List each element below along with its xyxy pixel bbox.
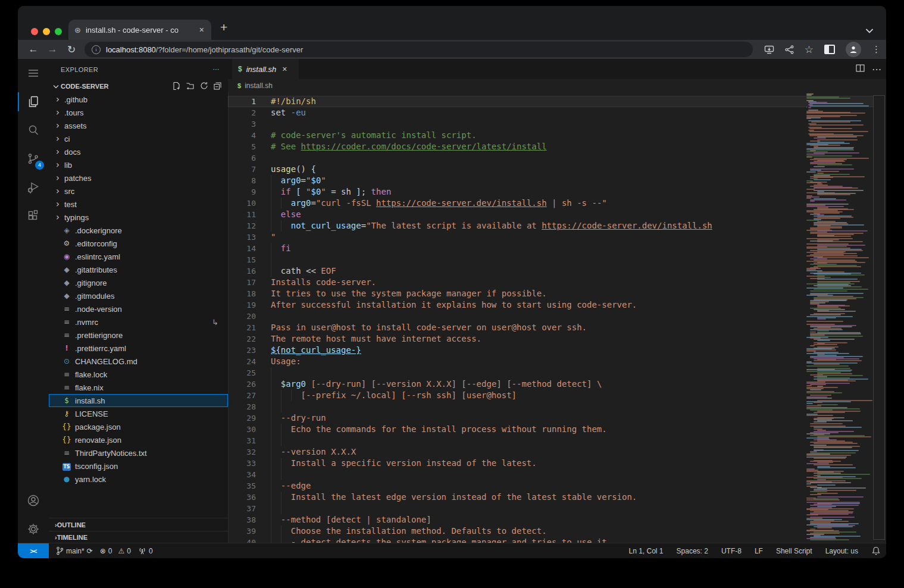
code-line-3[interactable]: 3: [228, 118, 664, 130]
file-row-.editorconfig[interactable]: ⚙.editorconfig: [49, 237, 228, 250]
code-line-1[interactable]: 1#!/bin/sh: [228, 96, 874, 107]
code-editor[interactable]: 1#!/bin/sh2set -eu34# code-server's auto…: [228, 92, 886, 543]
file-row-.eslintrc.yaml[interactable]: ◉.eslintrc.yaml: [49, 250, 228, 263]
file-row-.node-version[interactable]: ≡.node-version: [49, 302, 228, 315]
ports-status[interactable]: 0: [138, 547, 153, 555]
sync-icon[interactable]: ⟳: [87, 547, 93, 555]
minimap[interactable]: [805, 92, 874, 543]
remote-indicator[interactable]: ><: [18, 543, 49, 558]
folder-row-lib[interactable]: ›lib: [49, 158, 228, 171]
file-row-install.sh[interactable]: $install.sh: [49, 394, 228, 407]
file-row-ThirdPartyNotices.txt[interactable]: ≡ThirdPartyNotices.txt: [49, 446, 228, 459]
file-row-.prettierrc.yaml[interactable]: !.prettierrc.yaml: [49, 342, 228, 355]
explorer-view-icon[interactable]: [18, 87, 49, 116]
file-row-LICENSE[interactable]: ⚷LICENSE: [49, 407, 228, 420]
file-row-tsconfig.json[interactable]: TStsconfig.json: [49, 459, 228, 473]
editor-more-actions-icon[interactable]: ⋯: [872, 64, 881, 75]
code-line-7[interactable]: 7usage() {: [228, 164, 664, 175]
code-line-31[interactable]: 31: [228, 435, 664, 446]
split-editor-icon[interactable]: [856, 64, 865, 74]
account-icon[interactable]: [18, 486, 49, 515]
code-line-22[interactable]: 22The remote host must have internet acc…: [228, 333, 664, 345]
folder-row-.tours[interactable]: ›.tours: [49, 106, 228, 119]
file-row-flake.nix[interactable]: ≡flake.nix: [49, 381, 228, 394]
file-row-package.json[interactable]: {}package.json: [49, 420, 228, 433]
code-line-17[interactable]: 17Installs code-server.: [228, 277, 664, 288]
code-line-32[interactable]: 32 --version X.X.X: [228, 446, 664, 458]
code-line-28[interactable]: 28: [228, 401, 664, 412]
editor-tab-install-sh[interactable]: $ install.sh ×: [232, 59, 299, 79]
code-line-30[interactable]: 30 Echo the commands for the install pro…: [228, 424, 664, 435]
file-row-.dockerignore[interactable]: ◈.dockerignore: [49, 224, 228, 237]
code-line-19[interactable]: 19After successful installation it expla…: [228, 299, 664, 311]
folder-row-ci[interactable]: ›ci: [49, 132, 228, 145]
window-controls[interactable]: [31, 28, 62, 35]
run-debug-icon[interactable]: [18, 173, 49, 202]
code-line-36[interactable]: 36 Install the latest edge version inste…: [228, 492, 664, 503]
code-line-25[interactable]: 25: [228, 367, 664, 379]
code-line-37[interactable]: 37: [228, 503, 664, 514]
code-line-14[interactable]: 14 fi: [228, 243, 664, 254]
folder-row-assets[interactable]: ›assets: [49, 119, 228, 132]
breadcrumb[interactable]: $ install.sh: [228, 79, 886, 92]
close-tab-icon[interactable]: ×: [198, 25, 205, 35]
code-line-21[interactable]: 21Pass in user@host to install code-serv…: [228, 322, 664, 333]
extensions-icon[interactable]: [18, 202, 49, 230]
collapse-all-icon[interactable]: [213, 82, 222, 92]
file-row-.gitignore[interactable]: ◆.gitignore: [49, 276, 228, 289]
code-line-24[interactable]: 24Usage:: [228, 356, 664, 367]
folder-row-docs[interactable]: ›docs: [49, 145, 228, 158]
code-line-35[interactable]: 35 --edge: [228, 480, 664, 492]
file-row-flake.lock[interactable]: ≡flake.lock: [49, 368, 228, 381]
code-line-34[interactable]: 34: [228, 469, 664, 480]
code-line-20[interactable]: 20: [228, 311, 664, 322]
address-bar[interactable]: i localhost:8080/?folder=/home/jothipras…: [85, 42, 753, 57]
code-line-4[interactable]: 4# code-server's automatic install scrip…: [228, 130, 664, 141]
code-line-23[interactable]: 23${not_curl_usage-}: [228, 345, 664, 356]
explorer-more-icon[interactable]: ⋯: [213, 65, 220, 73]
site-info-icon[interactable]: i: [92, 45, 101, 54]
statusbar-item-eol[interactable]: LF: [755, 547, 763, 555]
zoom-window-button[interactable]: [55, 28, 62, 35]
problems-status[interactable]: ⊗0 ⚠0: [100, 547, 131, 555]
file-row-.nvmrc[interactable]: ≡.nvmrc↳: [49, 315, 228, 329]
statusbar-item-cursor-position[interactable]: Ln 1, Col 1: [628, 547, 663, 555]
notifications-bell-icon[interactable]: [872, 546, 880, 555]
code-line-8[interactable]: 8 arg0="$0": [228, 175, 664, 186]
code-line-10[interactable]: 10 arg0="curl -fsSL https://code-server.…: [228, 198, 664, 209]
share-icon[interactable]: [785, 45, 794, 54]
side-panel-icon[interactable]: [824, 45, 835, 54]
code-line-5[interactable]: 5# See https://coder.com/docs/code-serve…: [228, 141, 664, 152]
install-app-icon[interactable]: [764, 45, 774, 54]
folder-row-typings[interactable]: ›typings: [49, 211, 228, 224]
source-control-icon[interactable]: 4: [18, 145, 49, 173]
outline-section[interactable]: ›OUTLINE: [49, 518, 228, 531]
folder-row-patches[interactable]: ›patches: [49, 171, 228, 184]
code-line-15[interactable]: 15: [228, 254, 664, 265]
browser-tab[interactable]: ⊛ install.sh - code-server - co ×: [68, 20, 211, 40]
file-row-renovate.json[interactable]: {}renovate.json: [49, 433, 228, 446]
search-icon[interactable]: [18, 116, 49, 145]
editor-scrollbar[interactable]: [873, 95, 885, 540]
code-line-27[interactable]: 27 [--prefix ~/.local] [--rsh ssh] [user…: [228, 390, 664, 401]
profile-avatar[interactable]: [846, 42, 861, 57]
file-row-.prettierignore[interactable]: ≡.prettierignore: [49, 329, 228, 342]
code-line-12[interactable]: 12 not_curl_usage="The latest script is …: [228, 220, 664, 232]
settings-gear-icon[interactable]: [18, 515, 49, 543]
menu-hamburger-icon[interactable]: [18, 59, 49, 87]
code-line-29[interactable]: 29 --dry-run: [228, 412, 664, 424]
new-folder-icon[interactable]: [186, 82, 195, 92]
project-root-row[interactable]: CODE-SERVER: [49, 80, 228, 93]
code-line-16[interactable]: 16 cath << EOF: [228, 265, 664, 277]
tab-search-chevron-icon[interactable]: [866, 25, 873, 36]
code-line-6[interactable]: 6: [228, 152, 664, 164]
code-line-11[interactable]: 11 else: [228, 209, 664, 220]
new-file-icon[interactable]: [172, 82, 181, 92]
file-row-CHANGELOG.md[interactable]: ⊙CHANGELOG.md: [49, 355, 228, 368]
new-tab-button[interactable]: +: [220, 20, 227, 35]
code-line-18[interactable]: 18It tries to use the system package man…: [228, 288, 664, 299]
code-line-39[interactable]: 39 Choose the installation method. Defau…: [228, 526, 664, 537]
minimize-window-button[interactable]: [43, 28, 50, 35]
statusbar-item-indentation[interactable]: Spaces: 2: [677, 547, 708, 555]
forward-button[interactable]: →: [43, 43, 62, 55]
